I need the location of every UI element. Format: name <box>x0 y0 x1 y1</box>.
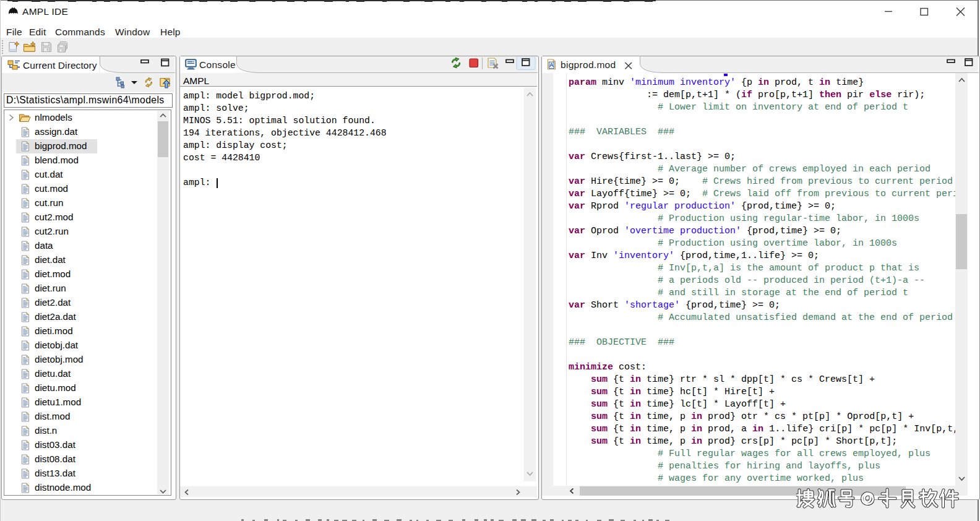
svg-text:A: A <box>549 61 554 68</box>
